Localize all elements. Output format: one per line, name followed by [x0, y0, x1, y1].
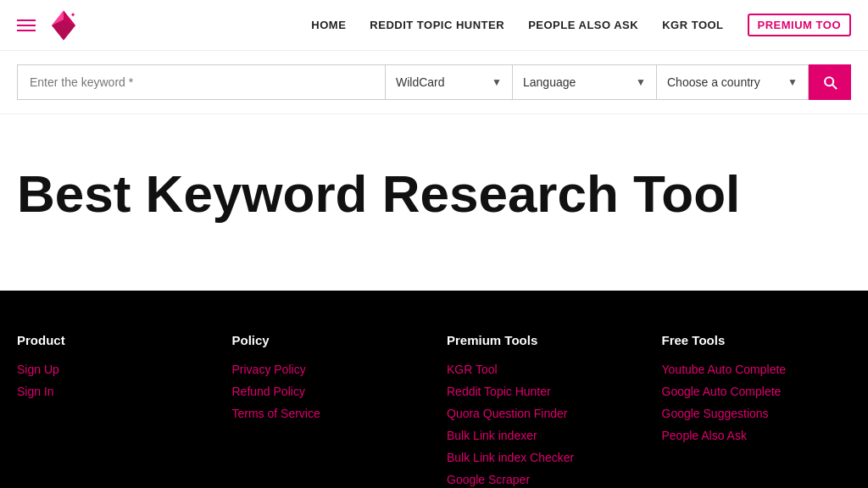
chevron-down-icon: ▼ [492, 76, 502, 88]
country-label: Choose a country [667, 75, 760, 89]
nav-item-reddit[interactable]: REDDIT TOPIC HUNTER [370, 19, 504, 31]
footer-link-reddit[interactable]: Reddit Topic Hunter [447, 385, 637, 398]
footer-premium-heading: Premium Tools [447, 333, 637, 347]
search-bar: WildCard ▼ Language ▼ Choose a country ▼ [0, 51, 868, 114]
hamburger-icon[interactable] [17, 19, 36, 31]
nav-item-premium[interactable]: PREMIUM TOO [748, 14, 851, 36]
footer-link-quora[interactable]: Quora Question Finder [447, 407, 637, 420]
nav-item-kgr[interactable]: KGR TOOL [662, 19, 723, 31]
footer-link-google-autocomplete[interactable]: Google Auto Complete [662, 385, 852, 398]
footer: Product Sign Up Sign In Policy Privacy P… [0, 291, 868, 488]
footer-link-refund[interactable]: Refund Policy [232, 385, 422, 398]
footer-free-heading: Free Tools [662, 333, 852, 347]
footer-link-bulk-checker[interactable]: Bulk Link index Checker [447, 451, 637, 464]
nav-item-home[interactable]: HOME [311, 19, 346, 31]
footer-grid: Product Sign Up Sign In Policy Privacy P… [17, 333, 851, 488]
hero-section: Best Keyword Research Tool [0, 114, 868, 291]
footer-link-privacy[interactable]: Privacy Policy [232, 363, 422, 376]
header-left: ✦ [17, 8, 81, 43]
wildcard-label: WildCard [396, 75, 445, 89]
nav-item-people-also-ask[interactable]: PEOPLE ALSO ASK [528, 19, 638, 31]
footer-link-google-scraper[interactable]: Google Scraper [447, 473, 637, 486]
nav: HOME REDDIT TOPIC HUNTER PEOPLE ALSO ASK… [311, 14, 851, 36]
search-icon [821, 74, 838, 91]
footer-link-kgr[interactable]: KGR Tool [447, 363, 637, 376]
language-dropdown[interactable]: Language ▼ [512, 64, 656, 100]
footer-link-bulk-indexer[interactable]: Bulk Link indexer [447, 429, 637, 442]
footer-link-youtube[interactable]: Youtube Auto Complete [662, 363, 852, 376]
footer-link-terms[interactable]: Terms of Service [232, 407, 422, 420]
chevron-down-icon: ▼ [787, 76, 798, 88]
header: ✦ HOME REDDIT TOPIC HUNTER PEOPLE ALSO A… [0, 0, 868, 51]
footer-link-people-also-ask[interactable]: People Also Ask [662, 429, 852, 442]
footer-col-product: Product Sign Up Sign In [17, 333, 207, 488]
svg-text:✦: ✦ [70, 12, 75, 18]
footer-link-google-suggestions[interactable]: Google Suggestions [662, 407, 852, 420]
chevron-down-icon: ▼ [636, 76, 646, 88]
wildcard-dropdown[interactable]: WildCard ▼ [385, 64, 512, 100]
language-label: Language [523, 75, 576, 89]
footer-link-sign-in[interactable]: Sign In [17, 385, 207, 398]
hero-title: Best Keyword Research Tool [17, 165, 851, 223]
search-button[interactable] [809, 64, 851, 100]
keyword-input[interactable] [17, 64, 385, 100]
country-dropdown[interactable]: Choose a country ▼ [656, 64, 809, 100]
footer-link-sign-up[interactable]: Sign Up [17, 363, 207, 376]
footer-col-free: Free Tools Youtube Auto Complete Google … [662, 333, 852, 488]
footer-product-heading: Product [17, 333, 207, 347]
logo-icon: ✦ [46, 8, 81, 43]
footer-col-policy: Policy Privacy Policy Refund Policy Term… [232, 333, 422, 488]
footer-policy-heading: Policy [232, 333, 422, 347]
footer-col-premium: Premium Tools KGR Tool Reddit Topic Hunt… [447, 333, 637, 488]
